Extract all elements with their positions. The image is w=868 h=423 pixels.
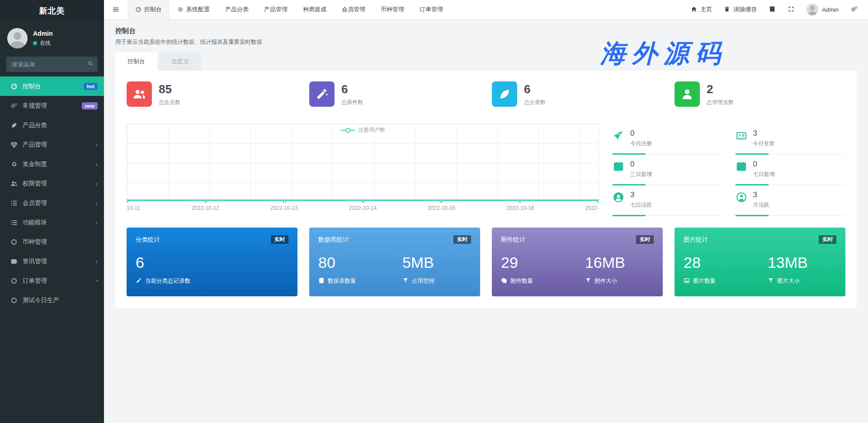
stat-text: 6 总插件数 <box>341 82 363 106</box>
main-area: 控制台 系统配置 产品分类 产品管理 种类提成 会员管理 币种管理 订单管理 主… <box>104 0 868 423</box>
card-metric-label: 图片数量 <box>684 277 768 285</box>
mini-stat-7day-new[interactable]: 0 七日新增 <box>736 154 846 185</box>
docs-button[interactable] <box>763 0 782 19</box>
content-tab-dashboard[interactable]: 控制台 <box>115 52 157 71</box>
topbar: 控制台 系统配置 产品分类 产品管理 种类提成 会员管理 币种管理 订单管理 主… <box>104 0 868 19</box>
stat-label: 总插件数 <box>341 99 363 106</box>
mini-stat-today-login[interactable]: 3 今日登录 <box>736 124 846 154</box>
sidebar: 新北美 Admin 在线 控制台 hot <box>0 0 104 423</box>
sidebar-item-members[interactable]: 会员管理 ‹ <box>0 193 104 213</box>
stat-text: 2 总管理员数 <box>707 82 734 106</box>
card-title: 数据库统计 <box>318 236 349 244</box>
clear-cache-button[interactable]: 清除缓存 <box>718 0 763 19</box>
hot-badge: hot <box>84 83 98 90</box>
user-name: Admin <box>33 30 53 37</box>
sidebar-item-label: 功能模块 <box>23 219 95 227</box>
mini-stat-value: 0 <box>753 160 775 169</box>
menu-toggle-button[interactable] <box>104 6 127 13</box>
stat-value: 85 <box>159 82 180 96</box>
tab-category-commission[interactable]: 种类提成 <box>295 0 334 19</box>
mini-stat-3day-new[interactable]: 0 三日新增 <box>613 154 723 185</box>
sidebar-item-general[interactable]: 常规管理 new <box>0 96 104 115</box>
chevron-left-icon: ‹ <box>95 257 98 265</box>
trash-icon <box>724 6 730 14</box>
tab-currency[interactable]: 币种管理 <box>373 0 412 19</box>
topbar-user-menu[interactable]: Admin <box>801 0 844 19</box>
users-icon <box>9 180 19 187</box>
search-input[interactable] <box>6 57 98 72</box>
id-card-icon <box>736 130 747 142</box>
sidebar-item-bonus[interactable]: ♻ 奖金制度 ‹ <box>0 154 104 174</box>
gem-icon <box>9 141 19 148</box>
sidebar-item-label: 权限管理 <box>23 180 95 188</box>
sidebar-item-label: 币种管理 <box>23 238 98 246</box>
tab-members[interactable]: 会员管理 <box>334 0 373 19</box>
tab-product-manage[interactable]: 产品管理 <box>256 0 295 19</box>
page-title: 控制台 <box>115 27 857 35</box>
sidebar-item-news[interactable]: 资讯管理 ‹ <box>0 252 104 271</box>
chart-point <box>440 200 443 203</box>
page-header: 控制台 用于展示当前系统中的统计数据、统计报表及重要实时数据 <box>115 27 857 46</box>
sidebar-item-orders[interactable]: 订单管理 ‹ <box>0 271 104 290</box>
sidebar-search <box>6 57 98 72</box>
settings-button[interactable] <box>844 0 863 19</box>
card-title: 图片统计 <box>684 236 708 244</box>
card-metric-text: 数据表数量 <box>328 277 356 285</box>
sidebar-item-label: 会员管理 <box>23 199 95 207</box>
card-image-stats: 图片统计 实时 28 13MB 图片数量 <box>675 228 845 296</box>
card-metric-text: 附件数量 <box>510 277 533 285</box>
card-metric-text: 图片大小 <box>777 277 800 285</box>
mini-stat-today-register[interactable]: 0 今日注册 <box>613 124 723 154</box>
stat-text: 6 总分类数 <box>524 82 546 106</box>
registered-users-chart: 注册用户数 10-11 <box>127 124 599 216</box>
fullscreen-button[interactable] <box>782 0 801 19</box>
sidebar-item-product-manage[interactable]: 产品管理 ‹ <box>0 135 104 154</box>
sidebar-item-dashboard[interactable]: 控制台 hot <box>0 76 104 96</box>
chart-x-axis: 10-11 2022-10-12 2022-10-13 2022-10-14 2… <box>127 205 599 215</box>
home-button[interactable]: 主页 <box>685 0 718 19</box>
user-info: Admin 在线 <box>33 30 53 47</box>
search-icon[interactable] <box>87 60 94 68</box>
user-status[interactable]: 在线 <box>33 39 53 47</box>
mini-stat-label: 三日新增 <box>630 171 652 178</box>
home-label: 主页 <box>700 5 712 14</box>
tab-orders[interactable]: 订单管理 <box>412 0 451 19</box>
x-tick: 2022-10-13 <box>270 205 298 211</box>
mini-stat-7day-active[interactable]: 3 七日活跃 <box>613 185 723 216</box>
tab-label: 币种管理 <box>381 5 404 14</box>
sidebar-item-label: 资讯管理 <box>23 257 95 266</box>
tab-system-config[interactable]: 系统配置 <box>170 0 217 19</box>
stats-row: 85 总会员数 6 总插件数 6 <box>127 81 845 116</box>
sidebar-item-currency[interactable]: 币种管理 <box>0 232 104 252</box>
card-value: 28 <box>684 254 768 271</box>
sidebar-item-test-today[interactable]: 测试今日生产 <box>0 290 104 310</box>
stat-total-categories: 6 总分类数 <box>492 81 663 116</box>
sidebar-item-label: 测试今日生产 <box>23 296 98 304</box>
realtime-badge: 实时 <box>271 235 288 244</box>
mini-stat-text: 3 七日活跃 <box>630 190 652 209</box>
chart-legend[interactable]: 注册用户数 <box>339 126 387 134</box>
mini-stat-value: 3 <box>753 129 775 138</box>
user-panel: Admin 在线 <box>0 22 104 54</box>
tab-product-category[interactable]: 产品分类 <box>217 0 256 19</box>
mini-stats-grid: 0 今日注册 3 今日登录 <box>599 124 845 216</box>
circle-icon <box>9 298 19 303</box>
sidebar-item-modules[interactable]: 功能模块 ‹ <box>0 213 104 232</box>
dashboard-panel: 85 总会员数 6 总插件数 6 <box>115 71 857 308</box>
stat-value: 6 <box>341 82 363 96</box>
mini-stat-text: 3 月活跃 <box>753 190 769 209</box>
sidebar-item-permissions[interactable]: 权限管理 ‹ <box>0 174 104 193</box>
avatar <box>7 28 28 48</box>
sidebar-item-product-category[interactable]: 产品分类 <box>0 115 104 135</box>
legend-label: 注册用户数 <box>358 126 385 134</box>
mini-stat-month-active[interactable]: 3 月活跃 <box>736 185 846 216</box>
expand-icon <box>788 5 795 14</box>
tab-dashboard[interactable]: 控制台 <box>127 0 170 19</box>
content-tab-custom[interactable]: 自定义 <box>159 52 201 71</box>
card-value: 13MB <box>768 254 836 271</box>
chevron-left-icon: ‹ <box>95 219 98 226</box>
app-logo[interactable]: 新北美 <box>0 0 104 22</box>
image-icon <box>684 277 690 285</box>
mini-stat-label: 月活跃 <box>753 201 769 209</box>
mini-stat-label: 七日活跃 <box>630 201 652 209</box>
